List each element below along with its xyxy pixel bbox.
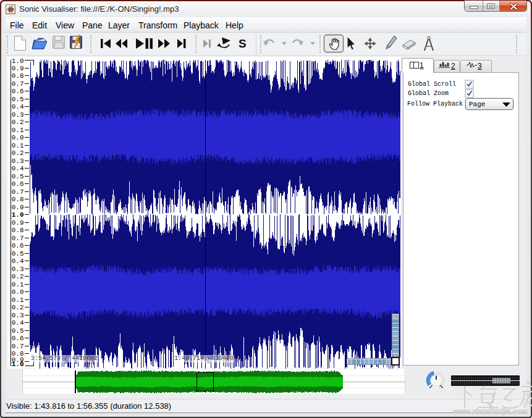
svg-text:www.xiazaizhijia.com: www.xiazaizhijia.com bbox=[453, 408, 528, 415]
